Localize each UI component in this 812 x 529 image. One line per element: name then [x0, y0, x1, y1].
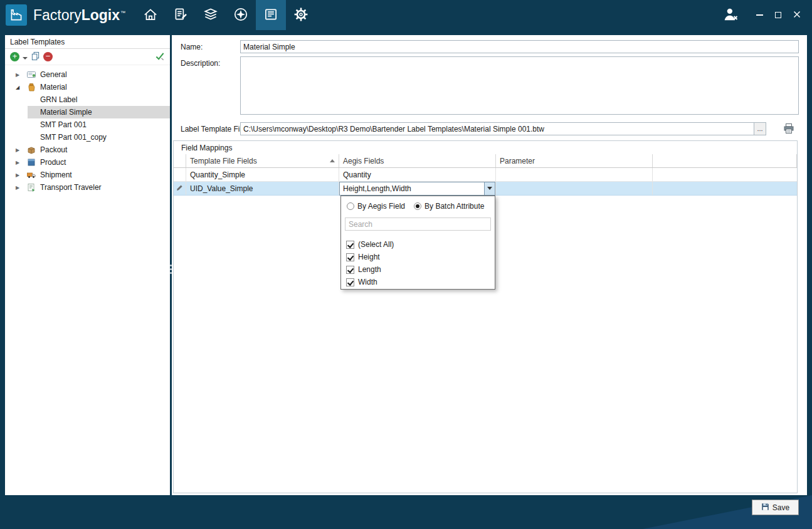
row-selector-header: [174, 154, 186, 167]
column-header-template-file-fields[interactable]: Template File Fields: [186, 154, 339, 167]
tree-item-smt-part-001[interactable]: SMT Part 001: [5, 118, 170, 131]
add-icon[interactable]: +: [10, 52, 19, 61]
column-header-empty: [653, 154, 797, 167]
cell-template-field[interactable]: UID_Value_Simple: [186, 182, 339, 195]
option-length[interactable]: Length: [341, 263, 495, 276]
tree-item-product[interactable]: ▶ Product: [5, 156, 170, 169]
expander-icon[interactable]: ▶: [13, 172, 23, 178]
label-templates-panel: Label Templates + − ▶ General ◢ Material…: [5, 35, 170, 495]
close-icon[interactable]: [793, 11, 801, 20]
tree-item-label: Shipment: [40, 170, 72, 179]
home-icon: [142, 6, 159, 24]
packout-icon: [26, 145, 36, 155]
tree-item-general[interactable]: ▶ General: [5, 68, 170, 81]
name-input[interactable]: [240, 40, 799, 53]
description-input[interactable]: [240, 56, 799, 115]
brand-factory: Factory: [33, 7, 82, 23]
main-nav: [135, 0, 316, 30]
tree-item-label: Material Simple: [5, 108, 92, 117]
option-label: (Select All): [358, 240, 394, 249]
brand-trademark: ™: [120, 10, 125, 16]
radio-label: By Aegis Field: [357, 202, 405, 211]
save-icon: [761, 503, 769, 513]
tree-item-material[interactable]: ◢ Material: [5, 81, 170, 93]
validate-icon[interactable]: [155, 51, 165, 63]
nav-settings[interactable]: [286, 0, 316, 30]
work-instructions-icon: [172, 6, 189, 24]
transport-traveler-icon: [26, 182, 36, 192]
tree-item-smt-part-001-copy[interactable]: SMT Part 001_copy: [5, 131, 170, 144]
tree-item-label: SMT Part 001: [5, 120, 87, 129]
tree-item-shipment[interactable]: ▶ Shipment: [5, 169, 170, 181]
edit-pencil-icon: [176, 184, 183, 193]
radio-by-batch-attribute[interactable]: By Batch Attribute: [414, 202, 484, 211]
cell-parameter[interactable]: [496, 182, 653, 195]
row-selector-cell[interactable]: [174, 168, 186, 181]
tree-item-label: Packout: [40, 145, 67, 154]
minimize-icon[interactable]: [756, 14, 763, 16]
search-input[interactable]: [345, 217, 491, 231]
tree-item-material-simple[interactable]: Material Simple: [5, 106, 170, 118]
tree-item-packout[interactable]: ▶ Packout: [5, 144, 170, 156]
titlebar: FactoryLogix™: [0, 0, 812, 30]
option-select-all[interactable]: (Select All): [341, 238, 495, 251]
expander-icon[interactable]: ◢: [13, 85, 23, 90]
expander-icon[interactable]: ▶: [13, 147, 23, 153]
tree-item-grn-label[interactable]: GRN Label: [5, 93, 170, 106]
cell-aegis-field[interactable]: Quantity: [339, 168, 496, 181]
column-header-label: Parameter: [500, 157, 535, 165]
delete-icon[interactable]: −: [43, 52, 53, 61]
user-icon[interactable]: [722, 6, 739, 24]
option-height[interactable]: Height: [341, 251, 495, 263]
production-icon: [233, 6, 249, 24]
column-header-parameter[interactable]: Parameter: [496, 154, 653, 167]
cell-parameter[interactable]: [496, 168, 653, 181]
aegis-field-dropdown: By Aegis Field By Batch Attribute (Selec…: [340, 196, 495, 290]
field-mappings-title: Field Mappings: [181, 144, 232, 152]
option-label: Height: [358, 253, 380, 261]
settings-icon: [293, 6, 309, 24]
expander-icon[interactable]: ▶: [13, 185, 23, 191]
option-width[interactable]: Width: [341, 276, 495, 288]
tree-item-label: Transport Traveler: [40, 183, 102, 192]
field-mappings-grid: Template File Fields Aegis Fields Parame…: [174, 154, 797, 196]
checkbox-icon: [346, 253, 354, 261]
column-header-label: Aegis Fields: [343, 157, 384, 165]
copy-icon[interactable]: [31, 51, 40, 63]
nav-labels[interactable]: [256, 0, 286, 30]
checkbox-icon: [346, 278, 354, 286]
option-label: Width: [358, 278, 377, 286]
nav-production[interactable]: [226, 0, 256, 30]
radio-label: By Batch Attribute: [424, 202, 484, 211]
mapping-row[interactable]: UID_Value_Simple Height,Length,Width: [174, 182, 797, 196]
add-dropdown-caret-icon[interactable]: [23, 57, 28, 62]
general-icon: [26, 70, 36, 80]
combobox-dropdown-button[interactable]: [484, 182, 495, 195]
tree-item-label: Material: [40, 83, 67, 92]
tree-item-transport-traveler[interactable]: ▶ Transport Traveler: [5, 181, 170, 194]
browse-button[interactable]: ...: [754, 123, 766, 135]
factorylogix-logo-icon: [6, 4, 27, 26]
nav-home[interactable]: [135, 0, 166, 30]
cell-aegis-field: Height,Length,Width: [339, 182, 496, 195]
template-file-field: ...: [240, 122, 766, 135]
nav-materials[interactable]: [196, 0, 226, 30]
save-button-label: Save: [772, 503, 789, 512]
cell-template-field[interactable]: Quantity_Simple: [186, 168, 339, 181]
description-label: Description:: [181, 59, 220, 68]
template-file-input[interactable]: [241, 123, 754, 135]
column-header-aegis-fields[interactable]: Aegis Fields: [339, 154, 496, 167]
chevron-down-icon: [487, 187, 492, 192]
expander-icon[interactable]: ▶: [13, 72, 23, 78]
expander-icon[interactable]: ▶: [13, 160, 23, 165]
print-icon[interactable]: [783, 122, 795, 135]
radio-by-aegis-field[interactable]: By Aegis Field: [347, 202, 405, 211]
mapping-row[interactable]: Quantity_Simple Quantity: [174, 168, 797, 182]
row-selector-cell[interactable]: [174, 182, 186, 195]
maximize-icon[interactable]: [775, 12, 781, 18]
radio-icon: [414, 202, 421, 210]
nav-work-instructions[interactable]: [166, 0, 196, 30]
save-button[interactable]: Save: [752, 500, 799, 515]
field-mappings-panel: Field Mappings Template File Fields Aegi…: [173, 140, 798, 493]
aegis-field-combobox[interactable]: Height,Length,Width: [339, 182, 495, 196]
